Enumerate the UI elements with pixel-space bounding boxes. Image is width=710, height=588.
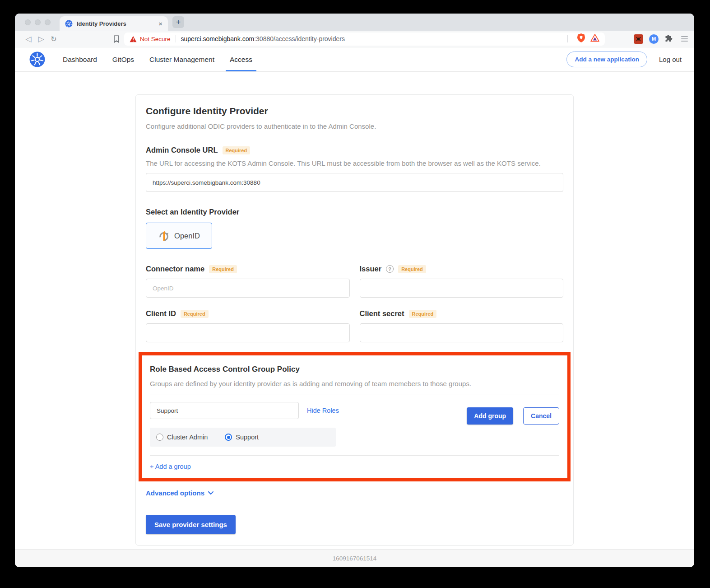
issuer-input[interactable]: [360, 279, 564, 298]
required-badge: Required: [398, 265, 426, 273]
rbac-divider-top: [150, 395, 559, 395]
save-provider-settings-button[interactable]: Save provider settings: [146, 515, 236, 534]
role-label: Support: [236, 434, 259, 441]
issuer-label: Issuer: [360, 265, 382, 273]
forward-icon[interactable]: ▷: [35, 34, 47, 44]
select-idp-label: Select an Identity Provider: [146, 208, 239, 216]
required-badge: Required: [181, 310, 209, 318]
window-minimize-button[interactable]: [35, 19, 41, 25]
bat-rewards-icon[interactable]: [590, 34, 599, 44]
hide-roles-link[interactable]: Hide Roles: [307, 402, 339, 419]
admin-console-url-help: The URL for accessing the KOTS Admin Con…: [146, 159, 563, 167]
browser-tab[interactable]: Identity Providers ×: [60, 16, 168, 31]
window-close-button[interactable]: [25, 19, 31, 25]
footer-timestamp: 1609167061514: [333, 555, 377, 562]
tab-title: Identity Providers: [77, 20, 158, 27]
client-id-label: Client ID: [146, 309, 176, 318]
openid-provider-label: OpenID: [174, 232, 200, 240]
url-text: superci.somebigbank.com:30880/access/ide…: [181, 35, 562, 42]
client-id-input[interactable]: [146, 323, 350, 342]
tab-close-icon[interactable]: ×: [158, 20, 163, 28]
address-divider: [176, 35, 176, 42]
role-label: Cluster Admin: [167, 434, 208, 441]
kubernetes-favicon-icon: [65, 20, 73, 28]
radio-selected-icon: [225, 434, 232, 441]
required-badge: Required: [409, 310, 437, 318]
window-zoom-button[interactable]: [45, 19, 51, 25]
admin-console-url-input[interactable]: [146, 173, 563, 192]
add-new-application-button[interactable]: Add a new application: [566, 51, 647, 67]
radio-unselected-icon: [156, 434, 163, 441]
not-secure-label: Not Secure: [140, 36, 171, 42]
not-secure-warning-icon: [130, 36, 137, 42]
rbac-subtitle: Groups are defined by your identity prov…: [150, 380, 559, 387]
browser-window: Identity Providers × + ◁ ▷ ↻ Not Secure …: [15, 14, 694, 567]
add-a-group-link[interactable]: + Add a group: [150, 463, 191, 470]
openid-provider-tile[interactable]: OpenID: [146, 223, 212, 249]
reload-icon[interactable]: ↻: [47, 35, 60, 43]
rbac-title: Role Based Access Control Group Policy: [150, 365, 559, 374]
kubernetes-logo-icon: [29, 51, 45, 67]
main-content: Configure Identity Provider Configure ad…: [15, 72, 694, 549]
bookmark-icon[interactable]: [113, 35, 120, 43]
page-footer: 1609167061514: [15, 549, 694, 567]
nav-item-gitops[interactable]: GitOps: [105, 47, 142, 71]
openid-logo-icon: [158, 229, 171, 242]
role-radio-support[interactable]: Support: [225, 434, 259, 441]
client-secret-label: Client secret: [360, 309, 404, 318]
required-badge: Required: [223, 146, 251, 154]
new-tab-button[interactable]: +: [172, 16, 184, 28]
tab-strip: Identity Providers × +: [15, 14, 694, 31]
profile-avatar[interactable]: M: [649, 34, 659, 44]
browser-toolbar: ◁ ▷ ↻ Not Secure superci.somebigbank.com…: [15, 31, 694, 47]
connector-name-field: Connector name Required: [146, 265, 350, 298]
nav-item-access[interactable]: Access: [222, 47, 260, 71]
page-subtitle: Configure additional ODIC providers to a…: [146, 122, 563, 130]
app-navbar: Dashboard GitOps Cluster Management Acce…: [15, 47, 694, 72]
traffic-lights: [25, 19, 51, 25]
required-badge: Required: [209, 265, 237, 273]
role-radio-cluster-admin[interactable]: Cluster Admin: [156, 434, 208, 441]
browser-menu-icon[interactable]: [681, 36, 688, 42]
logout-link[interactable]: Log out: [659, 56, 682, 63]
rbac-annotation-box: Role Based Access Control Group Policy G…: [139, 352, 571, 481]
add-group-button[interactable]: Add group: [467, 407, 513, 425]
connector-name-label: Connector name: [146, 265, 204, 273]
issuer-help-icon[interactable]: ?: [386, 265, 394, 273]
configure-idp-card: Configure Identity Provider Configure ad…: [135, 94, 574, 546]
admin-console-url-label: Admin Console URL: [146, 146, 218, 154]
client-id-field: Client ID Required: [146, 309, 350, 342]
url-path: :30880/access/identity-providers: [254, 35, 345, 42]
issuer-field: Issuer ? Required: [360, 265, 564, 298]
extension-icon[interactable]: [634, 34, 643, 44]
address-divider-2: [567, 35, 568, 42]
back-icon[interactable]: ◁: [22, 34, 35, 44]
url-host: superci.somebigbank.com: [181, 35, 255, 42]
nav-item-dashboard[interactable]: Dashboard: [55, 47, 105, 71]
chevron-down-icon: [208, 491, 214, 495]
group-name-input[interactable]: [150, 402, 299, 419]
rbac-divider-bottom: [150, 455, 559, 456]
brave-shield-icon[interactable]: [577, 33, 585, 44]
client-secret-input[interactable]: [360, 323, 564, 342]
advanced-options-label: Advanced options: [146, 489, 204, 497]
client-secret-field: Client secret Required: [360, 309, 564, 342]
address-bar[interactable]: Not Secure superci.somebigbank.com:30880…: [124, 33, 605, 46]
connector-name-input[interactable]: [146, 279, 350, 298]
cancel-button[interactable]: Cancel: [523, 407, 559, 425]
advanced-options-toggle[interactable]: Advanced options: [146, 489, 563, 497]
nav-item-cluster-management[interactable]: Cluster Management: [142, 47, 222, 71]
page-title: Configure Identity Provider: [146, 106, 563, 117]
extensions-puzzle-icon[interactable]: [664, 34, 673, 44]
roles-panel: Cluster Admin Support: [150, 428, 336, 447]
